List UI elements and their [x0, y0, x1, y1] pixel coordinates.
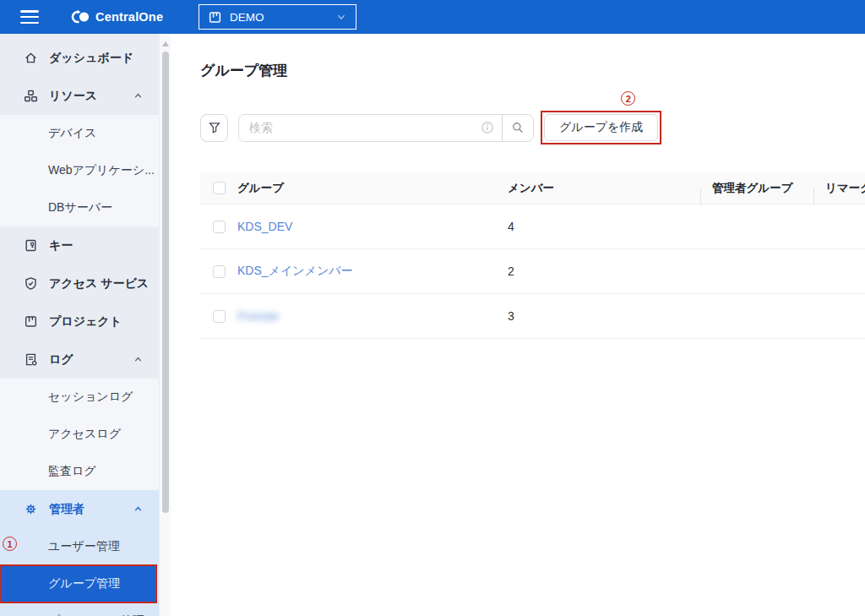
main-content: グループ管理 — [171, 34, 865, 616]
sidebar: ダッシュボード リソース デバイス Webアプリケーシ.. — [0, 34, 171, 616]
search-icon — [511, 121, 525, 134]
brand-name: CentralOne — [95, 10, 163, 24]
column-header-admin-group: 管理者グループ — [700, 181, 813, 196]
column-header-members: メンバー — [508, 181, 700, 196]
sidebar-item-label: キー — [49, 238, 73, 253]
group-link-redacted[interactable]: Fivestar — [237, 309, 280, 323]
sidebar-item-access-log[interactable]: アクセスログ — [0, 416, 159, 453]
search-button[interactable] — [503, 115, 533, 141]
sidebar-item-group-management[interactable]: グループ管理 — [0, 565, 156, 602]
scrollbar-thumb[interactable] — [162, 52, 169, 513]
members-count: 3 — [508, 309, 700, 323]
gear-icon — [24, 502, 38, 516]
row-checkbox[interactable] — [213, 310, 226, 323]
table-row: KDS_DEV 4 — [200, 204, 865, 249]
sidebar-item-project-management[interactable]: プロジェクト管理 — [0, 602, 159, 616]
admin-section: 管理者 ユーザー管理 グループ管理 プロジェクト管理 — [0, 490, 159, 616]
sidebar-item-logs[interactable]: ログ — [0, 341, 159, 379]
members-count: 2 — [508, 264, 700, 278]
sidebar-item-label: プロジェクト — [49, 314, 122, 330]
resources-icon — [24, 89, 38, 103]
key-card-icon — [24, 238, 38, 253]
sidebar-item-administrators[interactable]: 管理者 — [0, 490, 159, 528]
project-selector-dropdown[interactable]: DEMO — [199, 4, 356, 30]
annotation-step-1: 1 — [3, 537, 17, 551]
column-header-group: グループ — [237, 181, 508, 196]
search-group — [238, 114, 534, 142]
annotation-step-2: 2 — [621, 91, 635, 106]
resources-submenu: デバイス Webアプリケーシ... DBサーバー — [0, 115, 159, 226]
sidebar-item-label: 管理者 — [49, 502, 84, 517]
chevron-down-icon — [335, 11, 347, 23]
members-count: 4 — [508, 220, 700, 233]
sidebar-item-label: ログ — [49, 352, 73, 368]
select-all-checkbox[interactable] — [213, 182, 226, 194]
table-row: Fivestar 3 — [200, 294, 865, 339]
sidebar-item-db-server[interactable]: DBサーバー — [0, 189, 159, 226]
sidebar-scrollbar[interactable] — [159, 34, 171, 616]
groups-table: グループ メンバー 管理者グループ リマーク KDS_DEV 4 KDS_メイン… — [200, 172, 865, 339]
sidebar-item-session-log[interactable]: セッションログ — [0, 379, 159, 416]
chevron-up-icon[interactable] — [133, 90, 144, 101]
group-link[interactable]: KDS_DEV — [237, 220, 292, 233]
group-link[interactable]: KDS_メインメンバー — [237, 264, 353, 277]
toolbar: グループを作成 2 — [200, 111, 865, 144]
project-selector-value: DEMO — [230, 11, 328, 24]
chevron-up-icon[interactable] — [133, 504, 144, 515]
centralone-logo-icon — [68, 9, 90, 25]
shield-check-icon — [24, 276, 38, 291]
filter-button[interactable] — [200, 114, 228, 142]
column-header-remark: リマーク — [813, 181, 865, 196]
logs-submenu: セッションログ アクセスログ 監査ログ — [0, 379, 159, 490]
sidebar-item-projects[interactable]: プロジェクト — [0, 303, 159, 341]
brand-logo: CentralOne — [68, 9, 163, 25]
chevron-up-icon[interactable] — [133, 354, 144, 365]
sidebar-item-user-management[interactable]: ユーザー管理 — [0, 528, 159, 565]
filter-funnel-icon — [208, 121, 221, 134]
search-input[interactable] — [239, 115, 481, 141]
scroll-up-arrow-icon[interactable] — [162, 41, 169, 46]
project-icon — [24, 314, 38, 329]
sidebar-item-keys[interactable]: キー — [0, 226, 159, 264]
row-checkbox[interactable] — [213, 221, 226, 233]
log-file-icon — [24, 352, 38, 367]
sidebar-item-dashboard[interactable]: ダッシュボード — [0, 39, 159, 77]
top-bar: CentralOne DEMO — [0, 0, 865, 34]
info-icon[interactable] — [481, 121, 494, 134]
hamburger-menu-icon[interactable] — [20, 10, 39, 24]
sidebar-item-access-services[interactable]: アクセス サービス — [0, 264, 159, 303]
sidebar-item-devices[interactable]: デバイス — [0, 115, 159, 152]
app-window: CentralOne DEMO ダッシュボード — [0, 0, 865, 616]
project-icon — [208, 10, 222, 25]
create-group-highlight-box: グループを作成 2 — [541, 111, 661, 144]
sidebar-item-web-applications[interactable]: Webアプリケーシ... — [0, 152, 159, 189]
sidebar-item-label: アクセス サービス — [49, 276, 149, 292]
page-title: グループ管理 — [200, 61, 865, 80]
row-checkbox[interactable] — [213, 265, 226, 278]
create-group-button[interactable]: グループを作成 — [544, 114, 658, 141]
home-icon — [24, 51, 38, 65]
table-header-row: グループ メンバー 管理者グループ リマーク — [200, 172, 865, 204]
sidebar-item-label: ダッシュボード — [49, 51, 133, 66]
table-row: KDS_メインメンバー 2 — [200, 249, 865, 294]
sidebar-item-resources[interactable]: リソース — [0, 77, 159, 115]
sidebar-item-label: リソース — [49, 89, 97, 104]
sidebar-item-audit-log[interactable]: 監査ログ — [0, 453, 159, 490]
